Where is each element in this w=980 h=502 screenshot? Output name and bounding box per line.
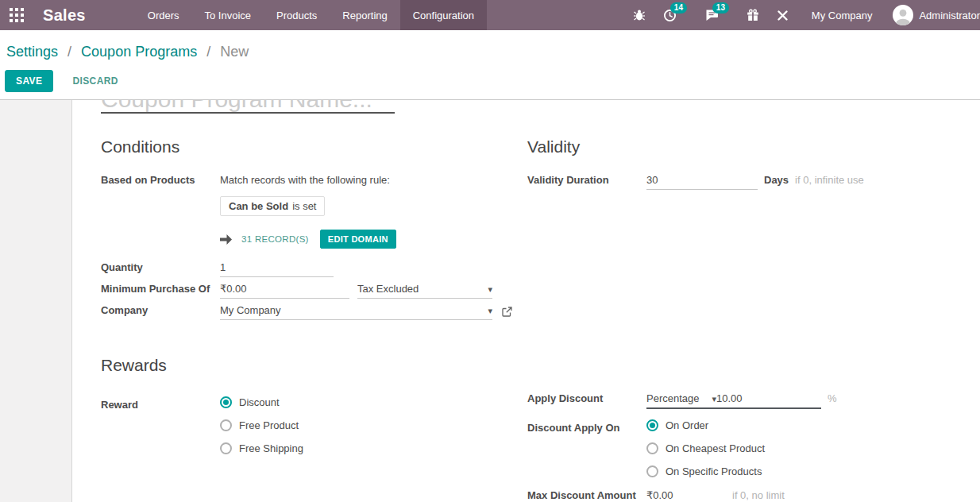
apply-discount-label: Apply Discount	[527, 391, 646, 407]
section-rewards: Rewards Reward Discount Free Product	[101, 324, 527, 502]
discount-value-input[interactable]: 10.00	[716, 391, 821, 409]
reward-label: Reward	[101, 397, 220, 413]
field-reward: Reward Discount Free Product	[101, 391, 527, 460]
save-button[interactable]: SAVE	[5, 70, 53, 92]
user-name: Administrator	[919, 10, 980, 21]
program-name-placeholder: Coupon Program Name...	[101, 100, 395, 114]
radio-option-free-shipping[interactable]: Free Shipping	[220, 437, 303, 460]
menu-item-orders[interactable]: Orders	[135, 0, 192, 30]
field-based-on-products: Based on Products Match records with the…	[101, 172, 527, 249]
max-discount-hint: if 0, no limit	[732, 489, 785, 501]
arrow-right-icon	[220, 234, 232, 245]
field-discount-apply-on: Discount Apply On On Order On Cheapest P…	[527, 414, 980, 483]
caret-down-icon: ▾	[488, 303, 492, 319]
quantity-input[interactable]: 1	[220, 260, 334, 277]
radio-option-discount[interactable]: Discount	[220, 391, 303, 414]
radio-unchecked-icon[interactable]	[646, 465, 658, 477]
breadcrumb-settings[interactable]: Settings	[6, 44, 58, 60]
tax-mode-value: Tax Excluded	[357, 281, 419, 297]
content-area: Coupon Program Name... Conditions Based …	[0, 100, 980, 502]
radio-option-label: On Specific Products	[666, 465, 762, 477]
reward-radio-group: Discount Free Product Free Shipping	[220, 391, 303, 460]
menu-item-products[interactable]: Products	[264, 0, 330, 30]
form-sheet: Coupon Program Name... Conditions Based …	[71, 100, 980, 502]
validity-duration-input[interactable]: 30	[646, 172, 758, 190]
breadcrumb-separator: /	[206, 44, 210, 60]
validity-duration-hint: if 0, infinite use	[795, 174, 864, 186]
rewards-heading: Rewards	[101, 356, 527, 375]
user-menu[interactable]: Administrator	[886, 0, 980, 30]
radio-unchecked-icon[interactable]	[646, 442, 658, 454]
quantity-label: Quantity	[101, 260, 220, 276]
section-validity: Validity Validity Duration 30 Days if 0,…	[527, 137, 980, 324]
top-navbar: Sales Orders To Invoice Products Reporti…	[0, 0, 980, 30]
apps-grid-icon[interactable]	[0, 0, 33, 30]
domain-chip: Can be Soldis set	[220, 196, 325, 216]
radio-option-on-cheapest-product[interactable]: On Cheapest Product	[646, 437, 765, 460]
radio-option-free-product[interactable]: Free Product	[220, 414, 303, 437]
validity-duration-unit: Days	[764, 174, 789, 186]
menu-item-to-invoice[interactable]: To Invoice	[192, 0, 264, 30]
domain-chip-operator: is set	[292, 200, 316, 212]
radio-option-on-order[interactable]: On Order	[646, 414, 765, 437]
field-max-discount: Max Discount Amount ₹0.00 if 0, no limit	[527, 488, 980, 502]
field-minimum-purchase: Minimum Purchase Of ₹0.00 Tax Excluded ▾	[101, 281, 527, 303]
radio-option-label: On Cheapest Product	[666, 442, 765, 454]
radio-unchecked-icon[interactable]	[220, 442, 232, 454]
activities-clock-icon[interactable]: 14	[654, 0, 685, 30]
navbar-systray: 14 13 My Company	[624, 0, 980, 30]
max-discount-label: Max Discount Amount	[527, 488, 646, 502]
based-on-products-label: Based on Products	[101, 172, 220, 188]
main-menu: Orders To Invoice Products Reporting Con…	[135, 0, 487, 30]
external-link-icon[interactable]	[502, 307, 512, 317]
menu-item-reporting[interactable]: Reporting	[330, 0, 399, 30]
validity-duration-label: Validity Duration	[527, 172, 646, 188]
program-name-input[interactable]: Coupon Program Name...	[101, 100, 395, 114]
discount-apply-on-radio-group: On Order On Cheapest Product On Specific…	[646, 414, 765, 483]
discard-button[interactable]: DISCARD	[68, 75, 122, 87]
radio-option-label: Free Shipping	[239, 442, 303, 454]
section-discount-settings: Apply Discount Percentage ▾ 10.00 % Disc…	[527, 324, 980, 502]
messages-badge: 13	[712, 2, 729, 14]
caret-down-icon: ▾	[488, 281, 492, 297]
edit-domain-button[interactable]: EDIT DOMAIN	[320, 230, 396, 249]
company-select[interactable]: My Company ▾	[220, 303, 492, 320]
discount-suffix: %	[828, 392, 837, 404]
breadcrumb: Settings / Coupon Programs / New	[5, 41, 980, 62]
discount-apply-on-label: Discount Apply On	[527, 420, 646, 436]
radio-checked-icon[interactable]	[646, 419, 658, 431]
company-label: Company	[101, 303, 220, 319]
radio-unchecked-icon[interactable]	[220, 419, 232, 431]
discount-type-value: Percentage	[646, 391, 700, 407]
field-apply-discount: Apply Discount Percentage ▾ 10.00 %	[527, 391, 980, 412]
field-validity-duration: Validity Duration 30 Days if 0, infinite…	[527, 172, 980, 194]
messages-chat-icon[interactable]: 13	[696, 0, 728, 30]
company-value: My Company	[220, 303, 281, 319]
radio-option-on-specific-products[interactable]: On Specific Products	[646, 460, 765, 483]
domain-rule-intro: Match records with the following rule:	[220, 172, 527, 188]
discount-type-select[interactable]: Percentage ▾	[646, 391, 716, 409]
field-company: Company My Company ▾	[101, 303, 527, 324]
radio-checked-icon[interactable]	[220, 396, 232, 408]
tax-mode-select[interactable]: Tax Excluded ▾	[357, 281, 492, 299]
conditions-heading: Conditions	[101, 137, 527, 156]
tools-icon[interactable]	[768, 0, 797, 30]
debug-bug-icon[interactable]	[624, 0, 654, 30]
breadcrumb-coupon-programs[interactable]: Coupon Programs	[81, 44, 197, 60]
field-quantity: Quantity 1	[101, 260, 527, 281]
gift-icon[interactable]	[738, 0, 768, 30]
max-discount-input[interactable]: ₹0.00	[646, 488, 726, 502]
menu-item-configuration[interactable]: Configuration	[400, 0, 487, 30]
minimum-purchase-input[interactable]: ₹0.00	[220, 281, 349, 299]
left-gutter	[0, 100, 71, 502]
avatar	[893, 5, 913, 25]
section-conditions: Conditions Based on Products Match recor…	[101, 137, 527, 324]
radio-option-label: On Order	[666, 419, 708, 431]
records-count-link[interactable]: 31 RECORD(S)	[241, 234, 309, 244]
breadcrumb-current: New	[220, 44, 249, 60]
breadcrumb-separator: /	[68, 44, 71, 60]
domain-chip-field: Can be Sold	[229, 200, 288, 212]
activities-badge: 14	[670, 2, 687, 14]
company-switcher[interactable]: My Company	[797, 0, 887, 30]
app-title[interactable]: Sales	[33, 0, 97, 30]
